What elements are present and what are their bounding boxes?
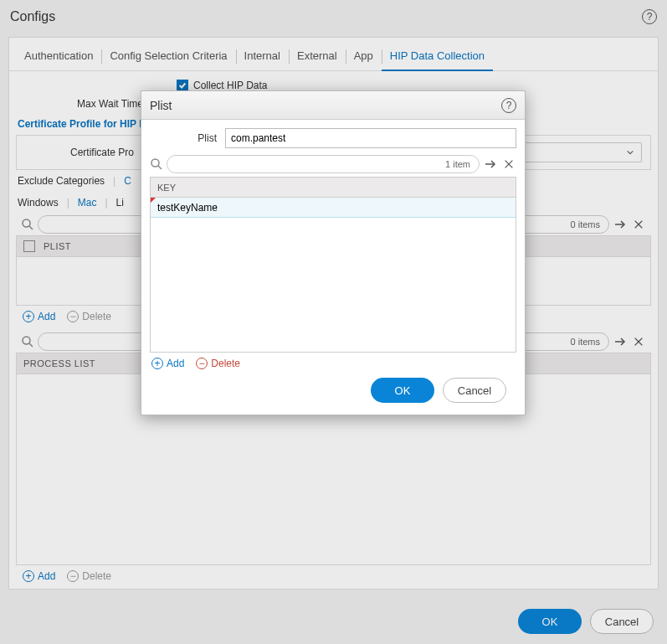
plist-delete-button[interactable]: −Delete	[67, 311, 111, 322]
collect-hip-checkbox[interactable]	[177, 80, 188, 91]
tab-internal[interactable]: Internal	[236, 44, 289, 70]
modal-grid-cell: testKeyName	[157, 202, 218, 214]
search-icon[interactable]	[21, 335, 34, 348]
modal-delete-button[interactable]: −Delete	[196, 358, 240, 369]
main-footer: OK Cancel	[518, 609, 654, 634]
modal-footer: OK Cancel	[150, 369, 516, 403]
modal-grid-row[interactable]: testKeyName	[151, 198, 516, 218]
modal-count: 1 item	[445, 159, 470, 169]
modal-grid-body	[151, 218, 516, 352]
modal-body: Plist 1 item KEY testKeyName	[141, 120, 525, 415]
plist-modal: Plist ? Plist 1 item KEY testK	[141, 90, 526, 415]
svg-line-1	[29, 226, 33, 229]
main-tabs: Authentication Config Selection Criteria…	[9, 38, 658, 71]
main-cancel-button[interactable]: Cancel	[590, 609, 654, 634]
process-header-label: PROCESS LIST	[23, 358, 95, 368]
clear-filter-icon[interactable]	[631, 334, 646, 349]
search-icon[interactable]	[21, 218, 34, 231]
exclude-c-link[interactable]: C	[124, 175, 131, 187]
plist-count: 0 items	[571, 219, 600, 229]
os-tab-linux[interactable]: Li	[116, 197, 124, 209]
process-add-button[interactable]: +Add	[23, 570, 55, 582]
svg-line-6	[29, 343, 33, 347]
svg-point-5	[23, 337, 30, 344]
modal-actions: +Add −Delete	[150, 353, 516, 369]
tab-hip-data-collection[interactable]: HIP Data Collection	[382, 44, 493, 70]
exclude-categories-label: Exclude Categories	[18, 175, 105, 187]
modal-searchbar: 1 item	[150, 155, 516, 177]
modal-plist-label: Plist	[150, 132, 225, 144]
process-delete-button[interactable]: −Delete	[67, 570, 111, 582]
main-ok-button[interactable]: OK	[518, 609, 582, 634]
os-tab-windows[interactable]: Windows	[18, 197, 59, 209]
plist-header-label: PLIST	[44, 241, 71, 251]
modal-key-grid: KEY testKeyName	[150, 177, 516, 353]
clear-filter-icon[interactable]	[501, 157, 516, 172]
modal-titlebar: Plist ?	[141, 91, 525, 120]
window-title: Configs	[10, 9, 55, 24]
svg-point-0	[23, 219, 30, 227]
modal-ok-button[interactable]: OK	[371, 378, 434, 403]
tab-app[interactable]: App	[346, 44, 382, 70]
apply-filter-icon[interactable]	[483, 157, 498, 172]
tab-config-selection[interactable]: Config Selection Criteria	[101, 44, 235, 70]
modal-search-input[interactable]: 1 item	[167, 155, 480, 173]
modal-title: Plist	[150, 99, 172, 112]
collect-hip-label: Collect HIP Data	[193, 80, 267, 91]
help-icon[interactable]: ?	[642, 9, 657, 24]
clear-filter-icon[interactable]	[631, 217, 646, 232]
svg-line-11	[158, 166, 162, 169]
apply-filter-icon[interactable]	[613, 217, 628, 232]
modal-cancel-button[interactable]: Cancel	[443, 378, 506, 403]
modal-plist-input[interactable]	[225, 128, 516, 148]
divider: |	[113, 175, 115, 187]
modal-add-button[interactable]: +Add	[151, 358, 184, 369]
os-tab-mac[interactable]: Mac	[78, 197, 97, 209]
plist-add-button[interactable]: +Add	[23, 311, 55, 322]
search-icon[interactable]	[150, 157, 163, 171]
tab-external[interactable]: External	[289, 44, 346, 70]
process-count: 0 items	[571, 337, 600, 347]
modal-grid-header-label: KEY	[157, 183, 176, 193]
chevron-down-icon	[626, 148, 634, 157]
svg-point-10	[151, 159, 159, 167]
window-titlebar: Configs ?	[0, 0, 667, 33]
plist-select-all-checkbox[interactable]	[23, 240, 35, 252]
configs-window: Configs ? Authentication Config Selectio…	[0, 0, 667, 644]
modal-grid-header: KEY	[151, 178, 516, 198]
process-actions: +Add −Delete	[16, 565, 651, 587]
apply-filter-icon[interactable]	[613, 334, 628, 349]
cert-profile-label: Certificate Pro	[25, 147, 142, 158]
tab-authentication[interactable]: Authentication	[16, 44, 101, 70]
help-icon[interactable]: ?	[501, 98, 516, 113]
modal-plist-row: Plist	[150, 128, 516, 148]
